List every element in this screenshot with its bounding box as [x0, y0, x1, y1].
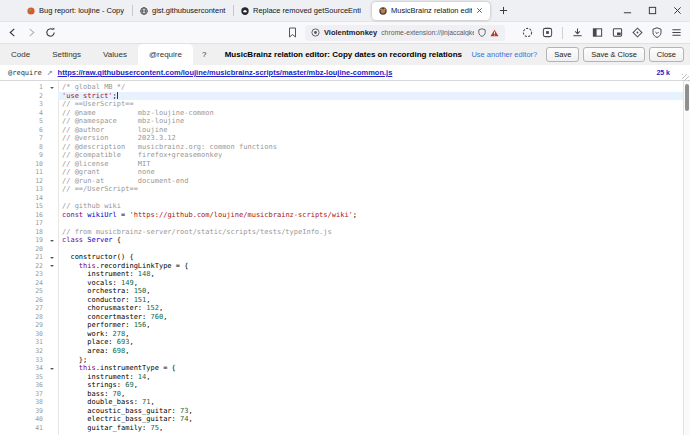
code-line[interactable]: 13// ==/UserScript== [0, 185, 690, 194]
code-line[interactable]: 33 }; [0, 356, 690, 365]
code-line[interactable]: 24 vocals: 149, [0, 279, 690, 288]
sidebar-icon[interactable] [592, 27, 603, 38]
downloads-icon[interactable] [572, 27, 583, 38]
extensions-icon[interactable] [632, 27, 643, 38]
fold-arrow-icon[interactable] [46, 83, 58, 92]
url-bar[interactable]: Violentmonkey chrome-extension://jinjacc… [305, 25, 505, 41]
github-favicon [241, 7, 249, 15]
code-token: .recordingLinkType = { [96, 262, 189, 270]
code-line[interactable]: 37 bass: 70, [0, 390, 690, 399]
tab-require[interactable]: @require [138, 44, 193, 65]
code-line[interactable]: 18// from musicbrainz-server/root/static… [0, 228, 690, 237]
code-line[interactable]: 30 work: 278, [0, 330, 690, 339]
reload-icon[interactable] [44, 27, 56, 39]
tab-values[interactable]: Values [92, 44, 138, 65]
code-line[interactable]: 15// github wiki [0, 202, 690, 211]
tab-code[interactable]: Code [0, 44, 41, 65]
code-line[interactable]: 41 guitar_family: 75, [0, 424, 690, 433]
code-line[interactable]: 25 orchestra: 150, [0, 287, 690, 296]
browser-tab-musicbrainz-active[interactable]: MusicBrainz relation editor: Cop [372, 2, 490, 20]
browser-tab-gist[interactable]: gist.githubusercontent.com/reosarev [133, 2, 233, 20]
translate-extension-icon[interactable] [542, 27, 553, 38]
new-tab-button[interactable] [494, 2, 512, 20]
code-line[interactable]: 5// @namespace mbz-loujine [0, 117, 690, 126]
browser-tab-bug-report[interactable]: Bug report: loujine - Copy dates on r [20, 2, 132, 20]
save-and-close-button[interactable]: Save & Close [583, 47, 644, 62]
tab-close-icon[interactable] [476, 7, 483, 14]
code-token: constructor() { [62, 253, 134, 261]
code-line[interactable]: 21 constructor() { [0, 253, 690, 262]
fold-arrow-icon[interactable] [46, 364, 58, 373]
code-line[interactable]: 9// @compatible firefox+greasemonkey [0, 151, 690, 160]
code-line[interactable]: 36 strings: 69, [0, 381, 690, 390]
code-line[interactable]: 17 [0, 219, 690, 228]
code-token: 150 [134, 287, 147, 295]
code-line[interactable]: 32 area: 698, [0, 347, 690, 356]
url-text[interactable]: chrome-extension://jinjaccalgkegednnccoh… [381, 29, 474, 36]
code-token: conductor: [62, 296, 134, 304]
bookmark-icon[interactable] [286, 27, 298, 39]
code-line[interactable]: 16const wikiUrl = 'https://github.com/lo… [0, 211, 690, 220]
line-number: 24 [0, 279, 46, 288]
code-line[interactable]: 4// @name mbz-loujine-common [0, 109, 690, 118]
code-line[interactable]: 14 [0, 194, 690, 203]
code-line[interactable]: 22 this.recordingLinkType = { [0, 262, 690, 271]
code-line[interactable]: 6// @author loujine [0, 126, 690, 135]
back-icon[interactable] [6, 27, 18, 39]
line-number: 40 [0, 415, 46, 424]
line-number: 19 [0, 236, 46, 245]
save-button[interactable]: Save [546, 47, 579, 62]
close-button[interactable]: Close [649, 47, 684, 62]
code-line[interactable]: 28 concertmaster: 760, [0, 313, 690, 322]
code-line[interactable]: 19class Server { [0, 236, 690, 245]
minimize-icon[interactable] [623, 6, 632, 15]
warning-triangle-icon[interactable] [490, 29, 499, 37]
fold-arrow-icon[interactable] [46, 262, 58, 271]
code-line[interactable]: 39 acoustic_bass_guitar: 73, [0, 407, 690, 416]
close-window-icon[interactable] [673, 6, 682, 15]
fold-arrow-icon[interactable] [46, 236, 58, 245]
code-line[interactable]: 12// @run-at document-end [0, 177, 690, 186]
code-line[interactable]: 7// @version 2023.3.12 [0, 134, 690, 143]
resize-grip[interactable] [682, 74, 689, 81]
code-line[interactable]: 8// @description musicbrainz.org: common… [0, 143, 690, 152]
require-url-link[interactable]: https://raw.githubusercontent.com/loujin… [58, 68, 393, 77]
code-line[interactable]: 2'use strict'; [0, 92, 690, 101]
code-line[interactable]: 26 conductor: 151, [0, 296, 690, 305]
code-line[interactable]: 40 electric_bass_guitar: 74, [0, 415, 690, 424]
code-line[interactable]: 3// ==UserScript== [0, 100, 690, 109]
fold-spacer [46, 424, 58, 433]
code-line[interactable]: 20 [0, 245, 690, 254]
fold-spacer [46, 109, 58, 118]
scrollbar-thumb[interactable] [685, 84, 689, 111]
use-another-editor-link[interactable]: Use another editor? [471, 50, 537, 59]
maximize-icon[interactable] [648, 6, 657, 15]
code-line[interactable]: 10// @license MIT [0, 160, 690, 169]
code-line[interactable]: 1/* global MB */ [0, 83, 690, 92]
fold-arrow-icon[interactable] [46, 253, 58, 262]
help-button[interactable]: ? [193, 44, 215, 65]
code-line[interactable]: 31 place: 693, [0, 338, 690, 347]
code-text: class Server { [58, 236, 690, 245]
code-line[interactable]: 27 chorusmaster: 152, [0, 304, 690, 313]
code-line[interactable]: 11// @grant none [0, 168, 690, 177]
code-line[interactable]: 38 double_bass: 71, [0, 398, 690, 407]
profile-shield-icon[interactable] [652, 27, 662, 38]
account-extension-icon[interactable] [522, 27, 533, 38]
code-editor[interactable]: 1/* global MB */2'use strict';3// ==User… [0, 81, 690, 435]
picture-in-picture-icon[interactable] [612, 27, 623, 38]
code-token: { [113, 236, 121, 244]
code-line[interactable]: 34 this.instrumentType = { [0, 364, 690, 373]
browser-tab-github[interactable]: Replace removed getSourceEntityIns [234, 2, 368, 20]
code-line[interactable]: 35 instrument: 14, [0, 373, 690, 382]
code-line[interactable]: 29 performer: 156, [0, 321, 690, 330]
code-text: instrument: 14, [58, 373, 690, 382]
forward-icon[interactable] [25, 27, 37, 39]
menu-icon[interactable] [671, 27, 682, 38]
tab-settings[interactable]: Settings [41, 44, 92, 65]
editor-scrollbar[interactable] [683, 81, 690, 435]
code-line[interactable]: 23 instrument: 148, [0, 270, 690, 279]
code-text: bass: 70, [58, 390, 690, 399]
code-text: conductor: 151, [58, 296, 690, 305]
shield-permissions-icon[interactable] [478, 28, 486, 37]
